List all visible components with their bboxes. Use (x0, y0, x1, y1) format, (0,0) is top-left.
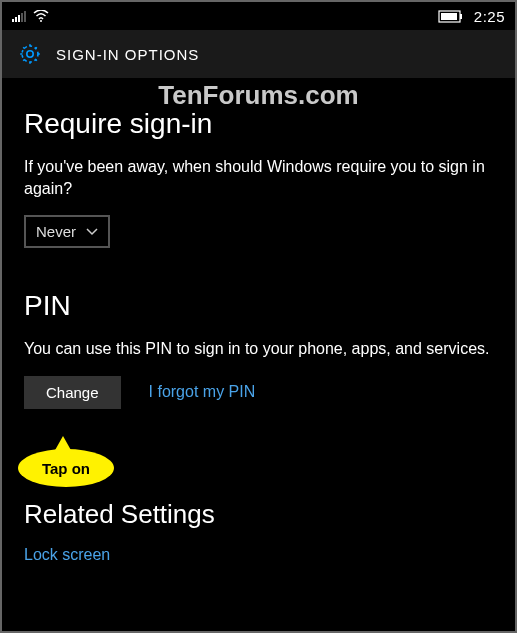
require-signin-dropdown[interactable]: Never (24, 215, 110, 248)
related-title: Related Settings (24, 499, 493, 530)
svg-point-5 (40, 20, 42, 22)
dropdown-value: Never (36, 223, 76, 240)
svg-point-9 (27, 51, 33, 57)
require-signin-desc: If you've been away, when should Windows… (24, 156, 493, 199)
svg-rect-1 (15, 17, 17, 22)
chevron-down-icon (86, 228, 98, 236)
content: Require sign-in If you've been away, whe… (2, 78, 515, 564)
gear-icon (18, 42, 42, 66)
page-title: SIGN-IN OPTIONS (56, 46, 199, 63)
page-header: SIGN-IN OPTIONS (2, 30, 515, 78)
wifi-icon (33, 10, 49, 22)
status-left (12, 10, 49, 22)
require-signin-title: Require sign-in (24, 108, 493, 140)
status-bar: 2:25 (2, 2, 515, 30)
svg-rect-0 (12, 19, 14, 22)
svg-rect-3 (21, 13, 23, 22)
pin-title: PIN (24, 290, 493, 322)
pin-desc: You can use this PIN to sign in to your … (24, 338, 493, 360)
clock: 2:25 (474, 8, 505, 25)
change-pin-button[interactable]: Change (24, 376, 121, 409)
callout-label: Tap on (18, 449, 114, 487)
svg-rect-8 (441, 13, 457, 20)
section-require-signin: Require sign-in If you've been away, whe… (24, 108, 493, 248)
lock-screen-link[interactable]: Lock screen (24, 546, 110, 563)
battery-icon (438, 10, 464, 23)
svg-rect-2 (18, 15, 20, 22)
section-pin: PIN You can use this PIN to sign in to y… (24, 290, 493, 409)
pin-actions: Change I forgot my PIN (24, 376, 493, 409)
forgot-pin-link[interactable]: I forgot my PIN (149, 383, 256, 401)
section-related: Related Settings Lock screen (24, 499, 493, 564)
signal-icon (12, 10, 27, 22)
svg-rect-4 (24, 11, 26, 22)
status-right: 2:25 (438, 8, 505, 25)
svg-rect-7 (460, 14, 462, 19)
